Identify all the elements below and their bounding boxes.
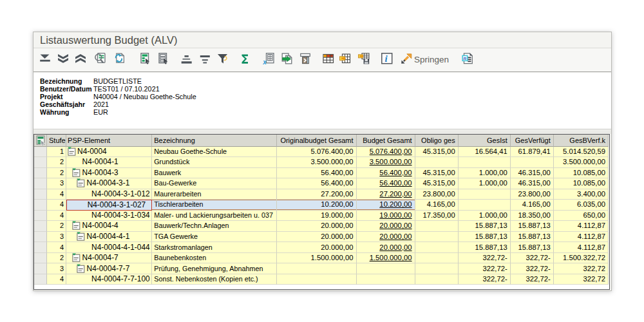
svg-text:x: x: [263, 59, 267, 64]
svg-text:n: n: [463, 55, 466, 61]
